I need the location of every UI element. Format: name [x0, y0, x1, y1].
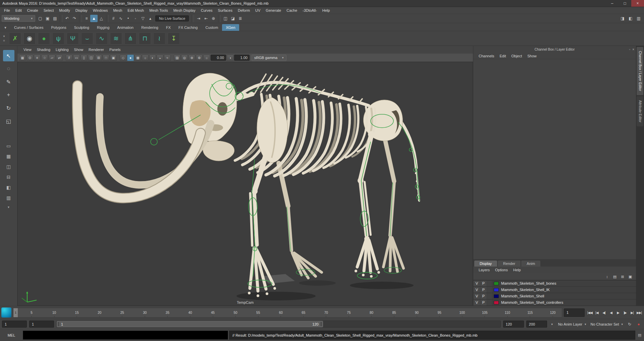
layer-display-type-cell[interactable]: [487, 287, 492, 293]
playback-options-icon[interactable]: ▾: [549, 321, 555, 328]
minimize-button[interactable]: –: [606, 0, 619, 7]
layer-row[interactable]: VPMammoth_Skeleton_Shell: [473, 293, 636, 299]
snap-to-grid-icon[interactable]: #: [110, 15, 117, 22]
xgen-fork-icon[interactable]: ⋔: [124, 33, 137, 45]
viewport-canvas[interactable]: TempCam: [17, 62, 473, 306]
layer-editor-menu-help[interactable]: Help: [511, 268, 524, 272]
shadows-toggle-icon[interactable]: ◐: [149, 55, 156, 61]
shaded-mode-icon[interactable]: ●: [127, 55, 134, 61]
film-gate-icon[interactable]: ▭: [73, 55, 80, 61]
sidebar-tool-settings-icon[interactable]: ◧: [627, 15, 634, 22]
layer-row[interactable]: VPMammoth_Skeleton_Shell_controllers: [473, 299, 636, 306]
multisample-icon[interactable]: ▨: [174, 55, 180, 61]
xgen-comb-icon[interactable]: ⊓: [139, 33, 151, 45]
range-slider-bar[interactable]: 1 120: [57, 321, 323, 327]
maximize-button[interactable]: □: [619, 0, 631, 7]
layer-new-from-selected-icon[interactable]: ⊞: [620, 274, 626, 279]
menu-deform[interactable]: Deform: [235, 8, 253, 12]
step-forward-key-button[interactable]: |▶: [622, 308, 629, 317]
field-chart-icon[interactable]: ⊞: [95, 55, 102, 61]
menu-windows[interactable]: Windows: [90, 8, 111, 12]
layer-playback-toggle[interactable]: P: [480, 300, 487, 305]
command-input[interactable]: [23, 331, 228, 340]
layer-playback-toggle[interactable]: P: [480, 293, 487, 299]
animation-start-field[interactable]: 1: [2, 321, 27, 328]
xgen-sculpt-icon[interactable]: ●: [38, 33, 50, 45]
xgen-sphere-icon[interactable]: ◉: [23, 33, 36, 45]
menu-modify[interactable]: Modify: [56, 8, 72, 12]
scale-tool[interactable]: ◱: [3, 115, 14, 127]
paint-select-tool[interactable]: ✎: [3, 76, 14, 88]
viewport-menu-panels[interactable]: Panels: [107, 48, 123, 52]
xray-icon[interactable]: ⊚: [189, 55, 195, 61]
play-forwards-button[interactable]: ▶: [614, 308, 622, 317]
script-editor-icon[interactable]: ▤: [636, 331, 643, 340]
layer-visibility-toggle[interactable]: V: [474, 287, 480, 293]
joints-xray-icon[interactable]: ⊛: [196, 55, 203, 61]
menu-generate[interactable]: Generate: [263, 8, 284, 12]
make-live-icon[interactable]: ▴: [147, 15, 154, 22]
shelf-tab-fx[interactable]: FX: [162, 24, 174, 31]
menu-edit-mesh[interactable]: Edit Mesh: [125, 8, 147, 12]
viewport-menu-lighting[interactable]: Lighting: [53, 48, 71, 52]
menu-help[interactable]: Help: [320, 8, 333, 12]
sidebar-attribute-editor-icon[interactable]: ◨: [619, 15, 626, 22]
shelf-tab-sculpting[interactable]: Sculpting: [70, 24, 93, 31]
move-tool[interactable]: +: [3, 89, 14, 101]
viewport-menu-shading[interactable]: Shading: [34, 48, 53, 52]
anim-prefs-icon[interactable]: ↻: [626, 321, 633, 328]
layer-display-type-cell[interactable]: [487, 281, 492, 286]
safe-action-icon[interactable]: □: [103, 55, 109, 61]
xgen-curve-icon[interactable]: ∿: [96, 33, 108, 45]
ao-toggle-icon[interactable]: ◒: [157, 55, 163, 61]
toolbox-more-icon[interactable]: ▾: [8, 205, 9, 209]
layer-editor-tab-anim[interactable]: Anim: [521, 261, 540, 267]
open-scene-icon[interactable]: ▣: [44, 15, 51, 22]
step-back-key-button[interactable]: ◀|: [600, 308, 607, 317]
pan-zoom-icon[interactable]: ⇄: [56, 55, 63, 61]
current-time-field[interactable]: 1: [564, 308, 585, 317]
xgen-lashes-icon[interactable]: ⌣: [81, 33, 93, 45]
select-object-mode-icon[interactable]: ▲: [90, 15, 98, 22]
xgen-export-icon[interactable]: ↧: [168, 33, 180, 45]
exposure-field[interactable]: 0.00: [211, 55, 226, 61]
menu-3dtoall[interactable]: -3DtoAll-: [300, 8, 320, 12]
ipr-render-icon[interactable]: ◪: [229, 15, 236, 22]
channel-box-menu-show[interactable]: Show: [525, 54, 539, 58]
animation-end-field[interactable]: 200: [526, 321, 547, 328]
output-connections-icon[interactable]: ⇤: [202, 15, 210, 22]
shelf-tab-rigging[interactable]: Rigging: [93, 24, 113, 31]
range-start-handle[interactable]: [57, 322, 60, 327]
shelf-tab-animation[interactable]: Animation: [113, 24, 137, 31]
menu-mesh[interactable]: Mesh: [110, 8, 125, 12]
go-to-start-button[interactable]: |◀◀: [586, 308, 593, 317]
character-set-selector[interactable]: No Character Set ▾: [589, 322, 624, 326]
menu-edit[interactable]: Edit: [13, 8, 24, 12]
layout-single-pane[interactable]: ▭: [3, 141, 14, 150]
strip-tab-channel-box-layer-editor[interactable]: Channel Box / Layer Editor: [637, 47, 643, 95]
panel-dock-icon[interactable]: ▫: [629, 48, 631, 51]
shelf-tab-polygons[interactable]: Polygons: [47, 24, 70, 31]
layer-editor-menu-options[interactable]: Options: [492, 268, 511, 272]
layer-playback-toggle[interactable]: P: [480, 281, 487, 286]
construction-history-icon[interactable]: ⊕: [210, 15, 217, 22]
safe-title-icon[interactable]: ▣: [110, 55, 117, 61]
snap-to-curve-icon[interactable]: ∿: [117, 15, 124, 22]
play-backwards-button[interactable]: ◀: [607, 308, 614, 317]
shelf-menu-icon[interactable]: ▾: [3, 35, 5, 38]
lock-camera-icon[interactable]: ⊙: [26, 55, 33, 61]
go-to-end-button[interactable]: ▶▶|: [636, 308, 643, 317]
layer-row[interactable]: VPMammoth_Skeleton_Shell_bones: [473, 280, 636, 287]
select-camera-icon[interactable]: ▦: [19, 55, 26, 61]
menu-uv[interactable]: UV: [253, 8, 263, 12]
layout-two-pane-stacked[interactable]: ⊟: [3, 173, 14, 181]
layer-display-type-cell[interactable]: [487, 300, 492, 305]
layer-move-icon[interactable]: ↕: [604, 274, 610, 279]
rotate-tool[interactable]: ↻: [3, 102, 14, 114]
layer-visibility-toggle[interactable]: V: [474, 281, 480, 286]
time-slider[interactable]: 5101520253035404550556065707580859095100…: [13, 308, 562, 318]
shelf-tab-options-icon[interactable]: ▾: [2, 24, 9, 31]
contrast-field[interactable]: 1.00: [234, 55, 250, 61]
strip-tab-attribute-editor[interactable]: Attribute Editor: [637, 96, 643, 126]
isolate-select-icon[interactable]: ◎: [181, 55, 188, 61]
